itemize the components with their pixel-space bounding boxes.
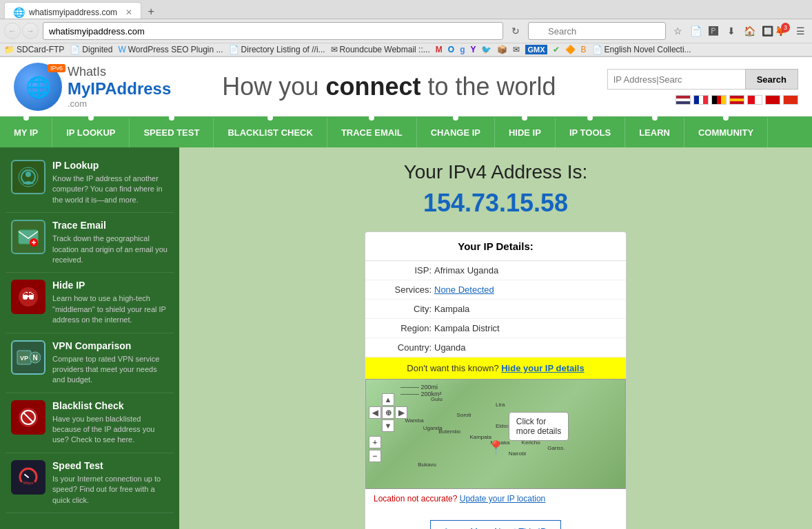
nav-trace-email[interactable]: TRACE EMAIL: [327, 118, 417, 147]
extension1-icon[interactable]: 🔲: [760, 23, 775, 39]
home-icon[interactable]: 🏠: [742, 23, 757, 39]
bookmark-drive[interactable]: 🔶: [565, 45, 576, 54]
url-bar[interactable]: [43, 22, 503, 40]
sidebar-icon-trace-email: [11, 220, 45, 254]
nav-change-ip[interactable]: CHANGE IP: [417, 118, 495, 147]
services-link[interactable]: None Detected: [434, 284, 494, 295]
bookmark-roundcube[interactable]: ✉Roundcube Webmail ::...: [331, 45, 430, 54]
flag-us[interactable]: [676, 95, 691, 105]
flag-cn1[interactable]: [765, 95, 780, 105]
nav-speed-test[interactable]: SPEED TEST: [130, 118, 214, 147]
map-tooltip[interactable]: Click formore details: [509, 412, 569, 441]
sidebar-text-vpn: VPN Comparison Compare top rated VPN ser…: [52, 340, 168, 386]
sidebar-item-trace-email[interactable]: Trace Email Track down the geographical …: [6, 213, 174, 273]
sidebar-text-blacklist: Blacklist Check Have you been blackliste…: [52, 400, 168, 446]
flag-fr[interactable]: [693, 95, 709, 105]
zoom-in-btn[interactable]: +: [369, 436, 381, 448]
logo-globe: 🌐 IPv6: [14, 63, 62, 111]
map-container: Gulu Lira Wamba Soroti Butembo Eldoret K…: [365, 379, 626, 489]
flag-de[interactable]: [711, 95, 727, 105]
learn-more-button[interactable]: Learn More About This IP: [430, 520, 560, 529]
bookmarks-bar: 📁SDCard-FTP 📄Dignited WWordPress SEO Plu…: [0, 43, 812, 56]
svg-text:Mbps: Mbps: [23, 481, 34, 485]
flag-tr[interactable]: [747, 95, 762, 105]
pan-center-btn[interactable]: ⊕: [382, 406, 394, 419]
nav-blacklist-check[interactable]: BLACKLIST CHECK: [214, 118, 327, 147]
forward-btn[interactable]: →: [22, 23, 39, 39]
hide-ip-details-link[interactable]: Hide your IP details: [501, 363, 584, 373]
nav-learn[interactable]: LEARN: [625, 118, 684, 147]
pan-down-btn[interactable]: ▼: [382, 419, 394, 432]
bookmark-dropbox[interactable]: 📦: [497, 45, 507, 54]
sidebar-item-ip-lookup[interactable]: IP Lookup Know the IP address of another…: [6, 153, 174, 213]
ip-search-button[interactable]: Search: [745, 69, 798, 90]
map-label-gariss: Gariss.: [547, 445, 565, 451]
map-label-nairobi: Nairobi: [509, 450, 526, 457]
sidebar-item-speed-test[interactable]: Mbps Speed Test Is your Internet connect…: [6, 453, 174, 513]
reader-icon[interactable]: 📄: [688, 23, 703, 39]
bookmark-twitter[interactable]: 🐦: [481, 45, 491, 54]
sidebar-item-hide-ip[interactable]: 🕶 Hide IP Learn how to use a high-tech "…: [6, 273, 174, 333]
sidebar-item-blacklist[interactable]: Blacklist Check Have you been blackliste…: [6, 393, 174, 453]
bookmark-blogger[interactable]: B: [581, 45, 587, 54]
svg-text:N: N: [32, 354, 37, 362]
nav-my-ip[interactable]: MY IP: [0, 118, 52, 147]
bookmark-wp[interactable]: WWordPress SEO Plugin ...: [118, 45, 223, 54]
pan-up-btn[interactable]: ▲: [382, 393, 394, 406]
country-row: Country: Uganda: [365, 338, 626, 357]
bookmark-directory[interactable]: 📄Directory Listing of //i...: [229, 45, 325, 54]
flag-cn2[interactable]: [783, 95, 798, 105]
sidebar-item-vpn[interactable]: NVP VPN Comparison Compare top rated VPN…: [6, 333, 174, 393]
yellow-warning-bar: Don't want this known? Hide your IP deta…: [365, 357, 626, 379]
pocket-icon[interactable]: 🅿: [706, 23, 721, 39]
bookmark-outlook[interactable]: O: [448, 45, 454, 54]
pan-right-btn[interactable]: ▶: [395, 406, 407, 419]
sidebar-icon-ip-lookup: [11, 160, 45, 194]
map-background: Gulu Lira Wamba Soroti Butembo Eldoret K…: [366, 380, 625, 488]
bookmark-g[interactable]: g: [460, 45, 465, 54]
site-logo[interactable]: 🌐 IPv6 WhatIs MyIPAddress .com: [14, 63, 171, 111]
map-marker: 📍: [487, 439, 505, 456]
bookmark-dignited[interactable]: 📄Dignited: [70, 45, 112, 54]
nav-hide-ip[interactable]: HIDE IP: [495, 118, 556, 147]
location-warning-container: Location not accurate? Update your IP lo…: [365, 489, 626, 508]
ipv6-badge: IPv6: [48, 64, 65, 72]
zoom-out-btn[interactable]: −: [369, 450, 381, 462]
extensions-area: 🔲 🦊3: [760, 23, 790, 39]
browser-chrome: 🌐 whatismyipaddress.com ✕ + ← → ↻ 🔍 ☆ 📄 …: [0, 0, 812, 57]
content-area: IP Lookup Know the IP address of another…: [0, 147, 812, 529]
star-icon[interactable]: ☆: [670, 23, 685, 39]
bookmark-yahoo[interactable]: Y: [470, 45, 476, 54]
header-right: Search: [607, 69, 798, 105]
sidebar-icon-speed-test: Mbps: [11, 460, 45, 495]
active-tab[interactable]: 🌐 whatismyipaddress.com ✕: [4, 2, 141, 19]
bookmark-sdcard[interactable]: 📁SDCard-FTP: [4, 45, 64, 54]
refresh-btn[interactable]: ↻: [507, 23, 524, 39]
sidebar-text-ip-lookup: IP Lookup Know the IP address of another…: [52, 160, 168, 205]
new-tab-btn[interactable]: +: [144, 5, 158, 19]
sidebar-text-speed-test: Speed Test Is your Internet connection u…: [52, 460, 168, 506]
map-pan-buttons: ▲ ◀ ⊕ ▶ ▼: [369, 393, 407, 432]
bookmark-gmail[interactable]: M: [436, 45, 443, 54]
update-location-link[interactable]: Update your IP location: [460, 494, 546, 504]
ip-search-input[interactable]: [607, 69, 745, 90]
bookmark-mail[interactable]: ✉: [513, 45, 520, 54]
menu-icon[interactable]: ☰: [793, 23, 808, 39]
browser-search-input[interactable]: [528, 22, 666, 40]
bookmark-english[interactable]: 📄English Novel Collecti...: [592, 45, 691, 54]
download-icon[interactable]: ⬇: [724, 23, 739, 39]
nav-community[interactable]: COMMUNITY: [684, 118, 768, 147]
bookmark-gmx[interactable]: GMX: [525, 45, 547, 54]
bookmark-check[interactable]: ✔: [553, 45, 560, 54]
ip-display: Your IPv4 Address Is: 154.73.15.58: [193, 161, 798, 218]
ip-details-title: Your IP Details:: [365, 232, 626, 261]
map-label-wamba: Wamba: [405, 417, 423, 424]
nav-ip-lookup[interactable]: IP LOOKUP: [52, 118, 130, 147]
extension2-icon[interactable]: 🦊3: [775, 23, 790, 39]
sidebar-text-hide-ip: Hide IP Learn how to use a high-tech "mi…: [52, 280, 168, 325]
ip-search-box: Search: [607, 69, 798, 90]
flag-es[interactable]: [729, 95, 744, 105]
back-btn[interactable]: ←: [4, 23, 21, 39]
nav-ip-tools[interactable]: IP TOOLS: [556, 118, 625, 147]
pan-left-btn[interactable]: ◀: [369, 406, 381, 419]
